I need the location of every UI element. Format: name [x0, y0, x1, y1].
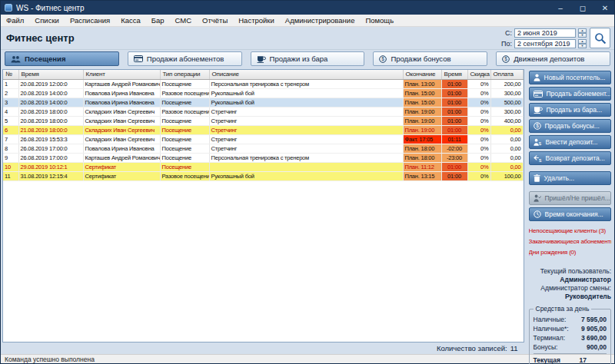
- table-row[interactable]: 120.08.2019 12:00:0Карташев Андрей Роман…: [3, 79, 523, 88]
- table-cell: Складских Иван Сергеевич: [83, 125, 160, 134]
- table-row[interactable]: 1131.08.2019 12:15:4СертификатРазовое по…: [3, 171, 523, 180]
- column-header[interactable]: Клиент: [83, 70, 160, 79]
- table-cell: 0,00: [490, 153, 523, 162]
- table-cell: План. 13:15: [403, 171, 441, 180]
- table-row[interactable]: 926.08.2019 17:00:0Карташев Андрей Роман…: [3, 153, 523, 162]
- table-row[interactable]: 826.08.2019 17:00:0Повалова Ирина Иванов…: [3, 144, 523, 153]
- table-cell: Разовое посещение: [160, 88, 209, 98]
- deposit-icon: $: [534, 138, 542, 146]
- table-area: №ВремяКлиентТип операцииОписаниеОкончани…: [2, 69, 524, 354]
- dollar-icon: $: [379, 55, 387, 63]
- tab-bar-sales[interactable]: Продажи из бара: [251, 51, 365, 66]
- minimize-button[interactable]: –: [551, 1, 570, 15]
- add-deposit-button[interactable]: $Внести депозит...: [529, 135, 612, 149]
- refund-deposit-button[interactable]: $Возврат депозита...: [529, 151, 612, 165]
- tab-deposit-movements[interactable]: $Движения депозитов: [496, 51, 610, 66]
- table-cell: 2: [3, 88, 18, 98]
- new-visitor-button[interactable]: Новый посетитель...: [529, 71, 612, 84]
- table-cell: План. 19:00: [403, 116, 441, 125]
- main-area: №ВремяКлиентТип операцииОписаниеОкончани…: [1, 69, 614, 354]
- end-time-button[interactable]: Время окончания...: [529, 207, 612, 221]
- table-cell: 20.08.2019 14:00:0: [18, 98, 83, 107]
- tab-label: Продажи из бара: [270, 55, 328, 63]
- table-cell: Сертификат: [83, 171, 160, 180]
- menu-bar[interactable]: Бар: [146, 15, 170, 25]
- table-cell: [209, 162, 403, 171]
- svg-text:$: $: [382, 56, 385, 61]
- sell-subscription-button[interactable]: Продать абонемент...: [529, 87, 612, 101]
- table-row[interactable]: 320.08.2019 14:00:0Повалова Ирина Иванов…: [3, 98, 523, 107]
- table-cell: Рукопашный бой: [209, 88, 403, 98]
- menu-lists[interactable]: Списки: [29, 15, 65, 25]
- fund-label: Наличные:: [534, 316, 567, 323]
- expiring-subscriptions-link[interactable]: Заканчивающиеся абонементы (0): [529, 238, 612, 245]
- menu-settings[interactable]: Настройки: [233, 15, 280, 25]
- column-header[interactable]: Окончание: [403, 70, 441, 79]
- record-count-value: 11: [510, 344, 518, 352]
- current-cash-row: Текущая касса: 17 500,00: [534, 353, 607, 364]
- button-label: Продать бонусы...: [545, 122, 600, 130]
- tab-bonus-sales[interactable]: $Продажи бонусов: [373, 51, 487, 66]
- card-icon: [534, 91, 543, 98]
- table-row[interactable]: 420.08.2019 18:00:0Складских Иван Сергее…: [3, 107, 523, 116]
- spin-down-icon[interactable]: ▼: [578, 44, 587, 48]
- non-visiting-clients-link[interactable]: Непосещающие клиенты (3): [529, 227, 612, 234]
- table-cell: 20.08.2019 18:00:0: [18, 107, 83, 116]
- close-button[interactable]: ✕: [596, 1, 614, 15]
- button-label: Удалить...: [544, 174, 575, 182]
- table-header-row: №ВремяКлиентТип операцииОписаниеОкончани…: [3, 70, 523, 79]
- table-cell: План. 19:00: [403, 125, 441, 134]
- table-cell: Повалова Ирина Ивановна: [83, 88, 160, 98]
- table-row[interactable]: 621.08.2019 18:00:0Складских Иван Сергее…: [3, 125, 523, 134]
- column-header[interactable]: №: [3, 70, 18, 79]
- table-row[interactable]: 220.08.2019 14:00:0Повалова Ирина Иванов…: [3, 88, 523, 98]
- table-row[interactable]: 1029.08.2019 10:12:1СертификатПосещениеП…: [3, 162, 523, 171]
- trash-icon: [534, 174, 540, 182]
- column-header[interactable]: Время: [18, 70, 83, 79]
- svg-text:$: $: [504, 56, 507, 61]
- delete-button[interactable]: Удалить...: [529, 171, 612, 185]
- tab-subscription-sales[interactable]: Продажи абонементов: [128, 51, 242, 66]
- sell-from-bar-button[interactable]: Продать из бара...: [529, 103, 612, 117]
- menu-sms[interactable]: СМС: [170, 15, 198, 25]
- tab-visits[interactable]: Посещения: [5, 51, 119, 66]
- app-window: WS - Фитнес центр – ◻ ✕ ФайлСпискиРаспис…: [0, 0, 615, 364]
- menu-schedules[interactable]: Расписания: [65, 15, 115, 25]
- fund-label: Бонусы:: [534, 343, 558, 351]
- table-cell: Посещение: [160, 79, 209, 88]
- column-header[interactable]: Тип операции: [160, 70, 209, 79]
- current-cash-label: Текущая касса:: [534, 356, 580, 364]
- column-header[interactable]: Скидка: [467, 70, 490, 79]
- menu-file[interactable]: Файл: [1, 15, 29, 25]
- table-cell: 26.08.2019 15:53:3: [18, 134, 83, 144]
- table-cell: -02:00: [441, 144, 467, 153]
- menu-reports[interactable]: Отчёты: [197, 15, 233, 25]
- maximize-button[interactable]: ◻: [573, 1, 592, 15]
- menu-cashier[interactable]: Касса: [115, 15, 146, 25]
- table-cell: Повалова Ирина Ивановна: [83, 98, 160, 107]
- table-cell: Карташев Андрей Романович: [83, 153, 160, 162]
- cup-icon: [257, 55, 266, 63]
- column-header[interactable]: Время: [441, 70, 467, 79]
- spin-down-icon[interactable]: ▼: [578, 33, 587, 38]
- date-to-input[interactable]: 2 сентября 2019: [514, 39, 576, 48]
- search-button[interactable]: [590, 28, 610, 48]
- table-cell: Посещение: [160, 134, 209, 144]
- birthdays-link[interactable]: Дни рождения (0): [529, 249, 612, 256]
- table-cell: 01:00: [441, 79, 467, 88]
- page-title: Фитнес центр: [5, 32, 75, 44]
- menu-administration[interactable]: Администрирование: [280, 15, 361, 25]
- button-label: Время окончания...: [545, 210, 603, 218]
- table-cell: Посещение: [160, 153, 209, 162]
- column-header[interactable]: Описание: [209, 70, 403, 79]
- table-row[interactable]: 726.08.2019 15:53:3Складских Иван Сергее…: [3, 134, 523, 144]
- menu-help[interactable]: Помощь: [360, 15, 399, 25]
- table-row[interactable]: 520.08.2019 18:00:0Складских Иван Сергее…: [3, 116, 523, 125]
- table-cell: 01:00: [441, 125, 467, 134]
- came-not-came-button[interactable]: Пришёл/Не пришёл...: [529, 191, 612, 205]
- date-from-input[interactable]: 2 июня 2019: [514, 28, 576, 38]
- table-cell: Посещение: [160, 162, 209, 171]
- column-header[interactable]: Оплата: [490, 70, 523, 79]
- cup-icon: [534, 106, 543, 114]
- sell-bonuses-button[interactable]: $Продать бонусы...: [529, 119, 612, 133]
